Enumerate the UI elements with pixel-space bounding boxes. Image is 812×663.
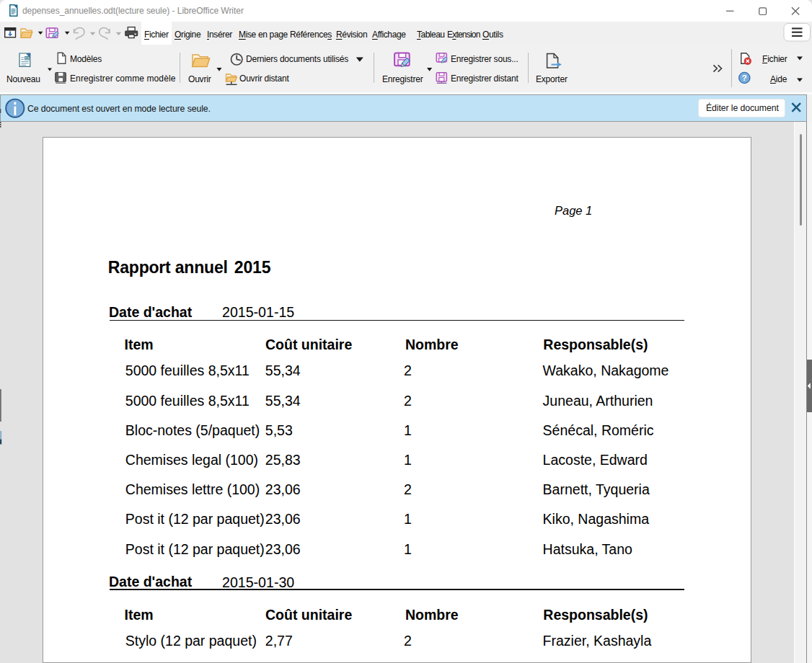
svg-text:?: ?: [742, 74, 747, 82]
